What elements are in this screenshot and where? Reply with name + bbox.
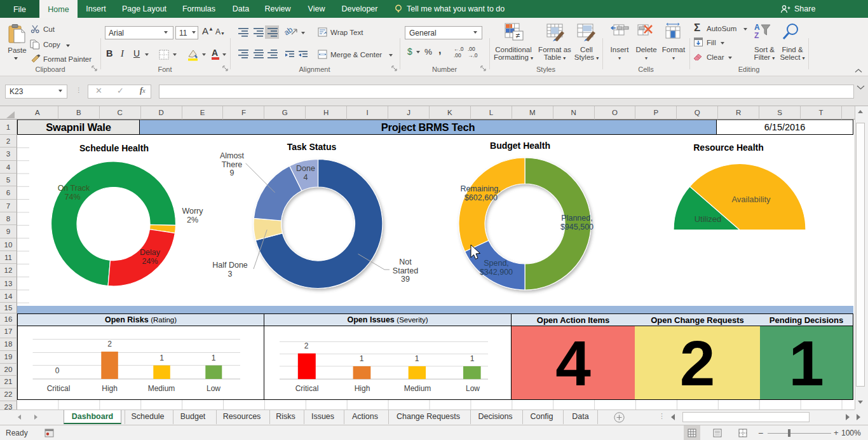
svg-text:Z: Z bbox=[754, 31, 759, 40]
svg-text:2: 2 bbox=[107, 340, 112, 348]
svg-text:Critical: Critical bbox=[47, 384, 71, 393]
svg-text:1: 1 bbox=[415, 354, 419, 363]
svg-text:0: 0 bbox=[55, 366, 60, 375]
svg-text:2: 2 bbox=[304, 341, 309, 350]
svg-text:Medium: Medium bbox=[148, 384, 175, 393]
svg-text:Critical: Critical bbox=[295, 384, 319, 393]
svg-text:Medium: Medium bbox=[404, 384, 431, 393]
svg-text:High: High bbox=[102, 384, 118, 393]
svg-text:1: 1 bbox=[159, 354, 164, 362]
svg-text:High: High bbox=[355, 384, 370, 393]
svg-text:Low: Low bbox=[207, 384, 220, 393]
svg-text:Low: Low bbox=[466, 384, 480, 393]
svg-text:≠: ≠ bbox=[516, 31, 520, 40]
svg-text:1: 1 bbox=[470, 354, 475, 363]
svg-text:1: 1 bbox=[360, 354, 364, 363]
svg-text:1: 1 bbox=[212, 354, 216, 362]
svg-text:A: A bbox=[754, 23, 760, 32]
